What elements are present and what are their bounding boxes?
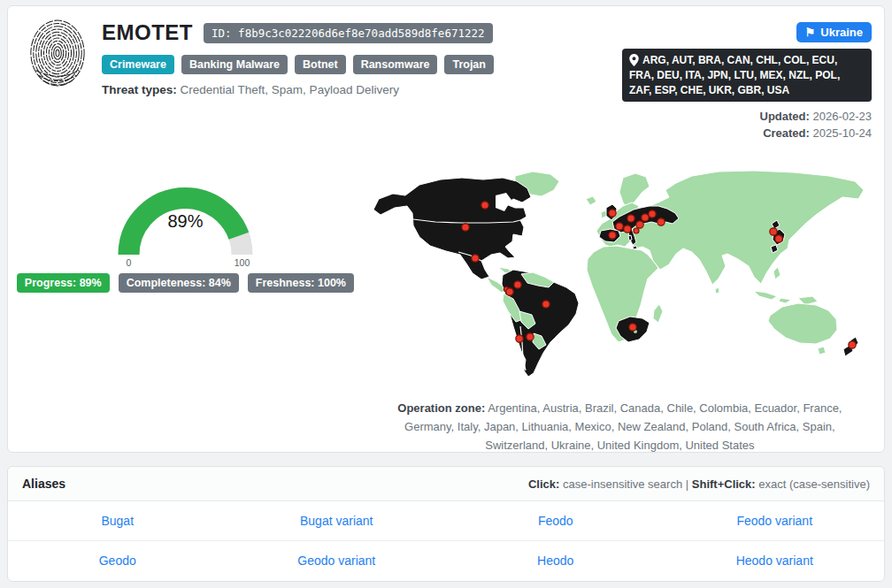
map-marker-new-zealand[interactable]: [849, 341, 856, 348]
alias-cell: Heodo variant: [665, 541, 885, 580]
operation-codes-badge: ARG, AUT, BRA, CAN, CHL, COL, ECU, FRA, …: [622, 49, 872, 102]
threat-card: EMOTET ID: f8b9c3c022206d6ef8e70add589d8…: [7, 5, 885, 453]
hint-separator: |: [686, 477, 688, 491]
created-row: Created: 2025-10-24: [760, 126, 872, 142]
location-pin-icon: [629, 54, 639, 66]
threat-card-body: 89% 0 100 Progress: 89%Completeness: 84%…: [8, 142, 884, 453]
country-badge[interactable]: ⚑ Ukraine: [796, 22, 872, 42]
map-marker-colombia[interactable]: [514, 281, 521, 288]
aliases-header: Aliases Click: case-insensitive search |…: [8, 467, 884, 501]
alias-cell: Feodo variant: [665, 501, 885, 540]
tag-badge: Crimeware: [102, 55, 174, 74]
operation-zone: Operation zone: Argentina, Austria, Braz…: [372, 400, 867, 453]
progress-gauge: 89% 0 100: [108, 179, 263, 268]
map-marker-canada[interactable]: [481, 202, 488, 209]
map-panel: Operation zone: Argentina, Austria, Braz…: [359, 142, 880, 453]
map-marker-japan-north[interactable]: [770, 228, 777, 235]
land-philippines: [773, 267, 780, 279]
map-marker-japan-south[interactable]: [775, 235, 782, 242]
alias-link[interactable]: Feodo variant: [736, 514, 812, 528]
created-label: Created:: [763, 126, 810, 140]
metric-badge: Completeness: 84%: [119, 273, 239, 293]
land-indonesia: [754, 291, 777, 300]
map-marker-austria[interactable]: [636, 221, 643, 228]
flag-icon: ⚑: [805, 26, 816, 39]
map-marker-germany[interactable]: [627, 215, 634, 222]
hint-shift-text: exact (case-sensitive): [758, 477, 870, 491]
aliases-hint: Click: case-insensitive search | Shift+C…: [528, 477, 870, 491]
hint-click-label: Click:: [528, 477, 559, 491]
map-marker-lithuania[interactable]: [649, 210, 656, 218]
tag-badge: Banking Malware: [181, 55, 288, 74]
threat-id-badge: ID: f8b9c3c022206d6ef8e70add589d8fe67122…: [204, 23, 493, 43]
alias-link[interactable]: Heodo: [537, 554, 573, 568]
fingerprint-icon: [27, 19, 88, 89]
tags-row: CrimewareBanking MalwareBotnetRansomware…: [102, 55, 606, 74]
land-madagascar: [653, 304, 663, 323]
alias-link[interactable]: Geodo variant: [297, 554, 375, 568]
page: EMOTET ID: f8b9c3c022206d6ef8e70add589d8…: [0, 0, 892, 587]
map-marker-south-africa[interactable]: [629, 324, 636, 331]
tag-badge: Trojan: [444, 55, 494, 74]
alias-cell: Geodo variant: [227, 541, 447, 580]
gauge-max-tick: 100: [235, 257, 250, 268]
threat-summary: EMOTET ID: f8b9c3c022206d6ef8e70add589d8…: [102, 19, 606, 142]
map-marker-ecuador[interactable]: [506, 288, 513, 295]
alias-cell: Bugat variant: [227, 501, 447, 540]
alias-cell: Geodo: [8, 541, 227, 580]
tag-badge: Botnet: [295, 55, 346, 74]
aliases-title: Aliases: [22, 477, 65, 491]
land-australia: [768, 303, 837, 344]
gauge-min-tick: 0: [126, 257, 131, 268]
hint-shift-label: Shift+Click:: [692, 477, 756, 491]
country-corsica-sardinia: [628, 235, 632, 241]
map-marker-usa[interactable]: [462, 224, 469, 231]
map-marker-poland[interactable]: [642, 214, 649, 221]
alias-link[interactable]: Heodo variant: [736, 554, 813, 568]
map-marker-spain[interactable]: [609, 232, 616, 239]
operation-codes-text: ARG, AUT, BRA, CAN, CHL, COL, ECU, FRA, …: [629, 54, 840, 96]
alias-link[interactable]: Geodo: [99, 554, 136, 568]
world-map: [372, 169, 867, 386]
map-marker-italy[interactable]: [634, 228, 639, 233]
map-marker-switzerland[interactable]: [624, 225, 631, 233]
alias-link[interactable]: Feodo: [538, 514, 573, 528]
land-iceland: [586, 196, 596, 205]
map-marker-mexico[interactable]: [472, 255, 479, 262]
map-marker-argentina[interactable]: [527, 333, 534, 340]
alias-cell: Bugat: [8, 501, 227, 540]
country-sicily: [633, 246, 637, 249]
country-badge-label: Ukraine: [820, 26, 863, 39]
updated-label: Updated:: [760, 110, 810, 123]
updated-row: Updated: 2026-02-23: [760, 109, 872, 126]
country-north-america: [373, 178, 531, 279]
threat-meta: ⚑ Ukraine ARG, AUT, BRA, CAN, CHL, COL, …: [606, 19, 872, 142]
progress-gauge-panel: 89% 0 100 Progress: 89%Completeness: 84%…: [12, 142, 359, 453]
page-title: EMOTET: [102, 20, 193, 45]
land-indonesia-east: [779, 298, 791, 303]
alias-row: GeodoGeodo variantHeodoHeodo variant: [8, 541, 884, 580]
gauge-value: 89%: [167, 211, 203, 231]
land-sri-lanka: [715, 287, 719, 294]
alias-cell: Feodo: [446, 501, 665, 540]
metric-badge: Freshness: 100%: [248, 273, 354, 293]
map-marker-france[interactable]: [616, 223, 623, 230]
gauge-badges-row: Progress: 89%Completeness: 84%Freshness:…: [17, 273, 354, 293]
alias-link[interactable]: Bugat variant: [300, 514, 373, 528]
threat-types-label: Threat types:: [102, 83, 177, 96]
map-marker-chile[interactable]: [516, 335, 523, 342]
aliases-grid: BugatBugat variantFeodoFeodo variantGeod…: [8, 501, 884, 580]
map-marker-brazil[interactable]: [542, 301, 550, 308]
aliases-card: Aliases Click: case-insensitive search |…: [7, 466, 885, 582]
map-marker-united-kingdom[interactable]: [609, 210, 616, 217]
land-tasmania: [818, 347, 826, 355]
alias-link[interactable]: Bugat: [101, 514, 134, 528]
updated-value: 2026-02-23: [813, 110, 873, 123]
map-marker-ukraine[interactable]: [657, 218, 665, 225]
operation-zone-label: Operation zone:: [397, 401, 485, 415]
metric-badge: Progress: 89%: [17, 273, 110, 293]
threat-types-value: Credential Theft, Spam, Payload Delivery: [181, 83, 399, 96]
threat-types-line: Threat types: Credential Theft, Spam, Pa…: [102, 83, 606, 96]
created-value: 2025-10-24: [813, 126, 873, 140]
alias-cell: Heodo: [446, 541, 665, 580]
